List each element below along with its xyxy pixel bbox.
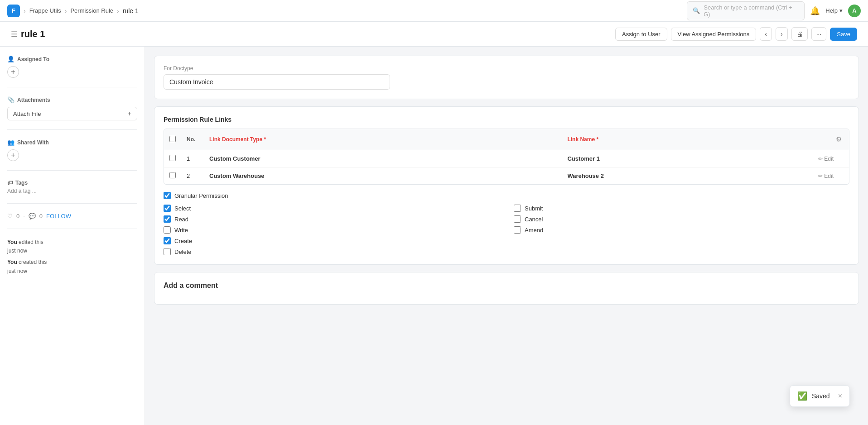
breadcrumb-frappe-utils[interactable]: Frappe Utils	[29, 7, 61, 14]
th-actions: ⚙	[813, 129, 849, 150]
add-tag-link[interactable]: Add a tag ...	[7, 188, 137, 194]
toast: ✅ Saved ×	[790, 385, 850, 407]
for-doctype-value: Custom Invoice	[164, 74, 390, 90]
activity-you-1: You	[7, 239, 17, 245]
assigned-to-label: Assigned To	[17, 56, 49, 62]
perm-create-label: Create	[174, 238, 192, 244]
follow-button[interactable]: FOLLOW	[46, 213, 71, 220]
th-link-doc-type: Link Document Type *	[204, 129, 562, 150]
print-button[interactable]: 🖨	[791, 27, 808, 41]
perm-submit-label: Submit	[525, 205, 543, 212]
main-content: 👤 Assigned To + 📎 Attachments Attach Fil…	[0, 47, 868, 425]
attachments-label: Attachments	[17, 97, 50, 103]
attachments-section: 📎 Attachments Attach File +	[7, 96, 137, 120]
activity-you-2: You	[7, 259, 17, 265]
search-bar[interactable]: 🔍 Search or type a command (Ctrl + G)	[687, 1, 805, 20]
sidebar: 👤 Assigned To + 📎 Attachments Attach Fil…	[0, 47, 145, 425]
app-logo: F	[7, 5, 20, 17]
edit-row-2-button[interactable]: ✏ Edit	[818, 173, 844, 179]
tag-icon: 🏷	[7, 180, 13, 186]
activity-time-2: just now	[7, 268, 27, 274]
table-row: 2 Custom Warehouse Warehouse 2 ✏ Edit	[164, 167, 849, 185]
toast-message: Saved	[812, 392, 830, 400]
activity-time-1: just now	[7, 248, 27, 254]
comments-count: 0	[39, 213, 43, 220]
perm-select-checkbox[interactable]	[164, 205, 171, 212]
th-no: No.	[181, 129, 204, 150]
granular-permission-row: Granular Permission	[164, 192, 849, 199]
row-2-checkbox[interactable]	[169, 172, 176, 178]
td-check-2	[164, 167, 181, 185]
perm-select-row: Select	[164, 205, 499, 212]
perm-cancel-checkbox[interactable]	[514, 215, 521, 223]
shared-with-title: 👥 Shared With	[7, 139, 137, 146]
td-link-name-1: Customer 1	[562, 150, 813, 167]
perm-amend-checkbox[interactable]	[514, 226, 521, 234]
select-all-checkbox[interactable]	[169, 136, 176, 142]
user-icon: 👤	[7, 56, 14, 62]
perm-read-checkbox[interactable]	[164, 215, 171, 223]
toolbar: ☰ rule 1 Assign to User View Assigned Pe…	[0, 22, 868, 47]
perm-cancel-row: Cancel	[514, 215, 849, 223]
page-title-area: ☰ rule 1	[11, 29, 45, 39]
td-link-doc-type-2: Custom Warehouse	[204, 167, 562, 185]
sidebar-stats: ♡ 0 · 💬 0 FOLLOW	[7, 213, 137, 220]
table-header-row: No. Link Document Type * Link Name * ⚙	[164, 129, 849, 150]
comment-title: Add a comment	[164, 282, 849, 290]
breadcrumb-permission-rule[interactable]: Permission Rule	[70, 7, 113, 14]
perm-create-checkbox[interactable]	[164, 237, 171, 244]
perm-delete-checkbox[interactable]	[164, 248, 171, 255]
next-button[interactable]: ›	[776, 27, 788, 41]
people-icon: 👥	[7, 139, 14, 146]
granular-permission-section: Granular Permission	[164, 192, 849, 199]
perm-read-label: Read	[174, 216, 188, 223]
stats-sep: ·	[23, 213, 25, 220]
activity-item-1: You edited this just now	[7, 238, 137, 255]
tags-section: 🏷 Tags Add a tag ...	[7, 180, 137, 194]
add-assigned-to-button[interactable]: +	[7, 66, 19, 78]
row-1-checkbox[interactable]	[169, 155, 176, 161]
likes-count: 0	[16, 213, 19, 220]
perm-select-label: Select	[174, 205, 191, 212]
add-shared-with-button[interactable]: +	[7, 149, 19, 161]
heart-icon: ♡	[7, 213, 13, 220]
attach-file-button[interactable]: Attach File +	[7, 107, 137, 120]
th-check	[164, 129, 181, 150]
activity-log: You edited this just now You created thi…	[7, 238, 137, 276]
perm-create-row: Create	[164, 237, 499, 244]
td-check-1	[164, 150, 181, 167]
td-actions-1: ✏ Edit	[813, 150, 849, 167]
more-options-button[interactable]: ···	[811, 27, 827, 41]
toast-close-button[interactable]: ×	[838, 392, 842, 400]
td-link-doc-type-1: Custom Customer	[204, 150, 562, 167]
assign-to-user-button[interactable]: Assign to User	[615, 28, 667, 41]
perm-write-checkbox[interactable]	[164, 226, 171, 234]
perm-amend-row: Amend	[514, 226, 849, 234]
save-button[interactable]: Save	[830, 28, 857, 41]
perm-delete-row: Delete	[164, 248, 499, 255]
attach-file-label: Attach File	[13, 110, 41, 117]
table-head: No. Link Document Type * Link Name * ⚙	[164, 129, 849, 150]
view-assigned-permissions-button[interactable]: View Assigned Permissions	[671, 28, 757, 41]
perm-write-row: Write	[164, 226, 499, 234]
help-button[interactable]: Help ▾	[825, 7, 843, 14]
granular-permission-checkbox[interactable]	[164, 192, 171, 199]
sidebar-divider-2	[7, 129, 137, 130]
breadcrumb-current: rule 1	[123, 7, 139, 14]
table-settings-button[interactable]: ⚙	[834, 134, 844, 145]
permission-rule-links-title: Permission Rule Links	[164, 116, 849, 123]
comment-card: Add a comment	[154, 272, 859, 305]
search-placeholder: Search or type a command (Ctrl + G)	[704, 4, 799, 18]
plus-icon: +	[128, 110, 131, 117]
td-no-1: 1	[181, 150, 204, 167]
permission-links-table: No. Link Document Type * Link Name * ⚙	[164, 129, 849, 184]
hamburger-icon[interactable]: ☰	[11, 30, 17, 38]
permission-rule-links-card: Permission Rule Links No. Link Document …	[154, 106, 859, 265]
sidebar-divider-3	[7, 170, 137, 171]
assigned-to-title: 👤 Assigned To	[7, 56, 137, 62]
prev-button[interactable]: ‹	[760, 27, 772, 41]
edit-row-1-button[interactable]: ✏ Edit	[818, 156, 844, 162]
bell-icon[interactable]: 🔔	[810, 6, 820, 16]
perm-submit-checkbox[interactable]	[514, 205, 521, 212]
page-title: rule 1	[21, 29, 45, 39]
